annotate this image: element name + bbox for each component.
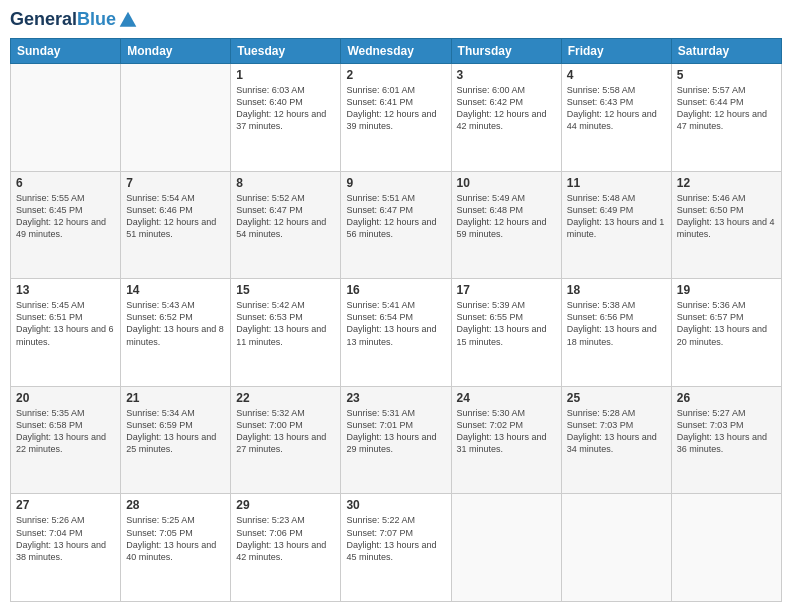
weekday-header-sunday: Sunday [11,39,121,64]
day-info: Sunrise: 5:28 AM Sunset: 7:03 PM Dayligh… [567,407,666,456]
day-info: Sunrise: 6:01 AM Sunset: 6:41 PM Dayligh… [346,84,445,133]
day-info: Sunrise: 5:22 AM Sunset: 7:07 PM Dayligh… [346,514,445,563]
calendar-cell: 23Sunrise: 5:31 AM Sunset: 7:01 PM Dayli… [341,386,451,494]
calendar-cell: 11Sunrise: 5:48 AM Sunset: 6:49 PM Dayli… [561,171,671,279]
svg-marker-0 [120,12,137,27]
day-info: Sunrise: 5:30 AM Sunset: 7:02 PM Dayligh… [457,407,556,456]
logo-icon [118,10,138,30]
day-number: 15 [236,283,335,297]
day-number: 3 [457,68,556,82]
day-number: 11 [567,176,666,190]
day-info: Sunrise: 5:41 AM Sunset: 6:54 PM Dayligh… [346,299,445,348]
calendar-cell: 27Sunrise: 5:26 AM Sunset: 7:04 PM Dayli… [11,494,121,602]
day-info: Sunrise: 5:52 AM Sunset: 6:47 PM Dayligh… [236,192,335,241]
calendar-cell: 4Sunrise: 5:58 AM Sunset: 6:43 PM Daylig… [561,64,671,172]
day-info: Sunrise: 6:00 AM Sunset: 6:42 PM Dayligh… [457,84,556,133]
day-info: Sunrise: 5:54 AM Sunset: 6:46 PM Dayligh… [126,192,225,241]
calendar-cell: 25Sunrise: 5:28 AM Sunset: 7:03 PM Dayli… [561,386,671,494]
day-info: Sunrise: 5:35 AM Sunset: 6:58 PM Dayligh… [16,407,115,456]
calendar-cell: 30Sunrise: 5:22 AM Sunset: 7:07 PM Dayli… [341,494,451,602]
calendar-cell: 26Sunrise: 5:27 AM Sunset: 7:03 PM Dayli… [671,386,781,494]
day-number: 2 [346,68,445,82]
calendar-cell: 5Sunrise: 5:57 AM Sunset: 6:44 PM Daylig… [671,64,781,172]
day-info: Sunrise: 5:38 AM Sunset: 6:56 PM Dayligh… [567,299,666,348]
day-number: 13 [16,283,115,297]
logo-text: GeneralBlue [10,10,116,30]
calendar-cell: 14Sunrise: 5:43 AM Sunset: 6:52 PM Dayli… [121,279,231,387]
calendar-cell [11,64,121,172]
day-info: Sunrise: 5:23 AM Sunset: 7:06 PM Dayligh… [236,514,335,563]
weekday-header-wednesday: Wednesday [341,39,451,64]
day-number: 14 [126,283,225,297]
calendar-week-row: 20Sunrise: 5:35 AM Sunset: 6:58 PM Dayli… [11,386,782,494]
day-number: 26 [677,391,776,405]
calendar-cell: 22Sunrise: 5:32 AM Sunset: 7:00 PM Dayli… [231,386,341,494]
calendar-cell: 12Sunrise: 5:46 AM Sunset: 6:50 PM Dayli… [671,171,781,279]
day-info: Sunrise: 5:51 AM Sunset: 6:47 PM Dayligh… [346,192,445,241]
day-info: Sunrise: 5:32 AM Sunset: 7:00 PM Dayligh… [236,407,335,456]
day-number: 21 [126,391,225,405]
day-number: 7 [126,176,225,190]
day-number: 1 [236,68,335,82]
day-info: Sunrise: 5:46 AM Sunset: 6:50 PM Dayligh… [677,192,776,241]
calendar-week-row: 27Sunrise: 5:26 AM Sunset: 7:04 PM Dayli… [11,494,782,602]
calendar-cell: 21Sunrise: 5:34 AM Sunset: 6:59 PM Dayli… [121,386,231,494]
day-number: 28 [126,498,225,512]
calendar-cell: 20Sunrise: 5:35 AM Sunset: 6:58 PM Dayli… [11,386,121,494]
day-info: Sunrise: 5:57 AM Sunset: 6:44 PM Dayligh… [677,84,776,133]
calendar-week-row: 13Sunrise: 5:45 AM Sunset: 6:51 PM Dayli… [11,279,782,387]
logo: GeneralBlue [10,10,138,30]
day-info: Sunrise: 5:26 AM Sunset: 7:04 PM Dayligh… [16,514,115,563]
calendar-cell [671,494,781,602]
day-number: 17 [457,283,556,297]
day-number: 9 [346,176,445,190]
weekday-header-row: SundayMondayTuesdayWednesdayThursdayFrid… [11,39,782,64]
day-number: 24 [457,391,556,405]
day-info: Sunrise: 5:27 AM Sunset: 7:03 PM Dayligh… [677,407,776,456]
day-number: 27 [16,498,115,512]
calendar-cell: 1Sunrise: 6:03 AM Sunset: 6:40 PM Daylig… [231,64,341,172]
day-number: 5 [677,68,776,82]
day-number: 29 [236,498,335,512]
calendar-week-row: 6Sunrise: 5:55 AM Sunset: 6:45 PM Daylig… [11,171,782,279]
day-number: 22 [236,391,335,405]
day-info: Sunrise: 5:25 AM Sunset: 7:05 PM Dayligh… [126,514,225,563]
day-number: 12 [677,176,776,190]
day-number: 19 [677,283,776,297]
day-info: Sunrise: 5:55 AM Sunset: 6:45 PM Dayligh… [16,192,115,241]
day-number: 18 [567,283,666,297]
calendar-cell: 29Sunrise: 5:23 AM Sunset: 7:06 PM Dayli… [231,494,341,602]
day-number: 25 [567,391,666,405]
weekday-header-monday: Monday [121,39,231,64]
calendar-cell: 17Sunrise: 5:39 AM Sunset: 6:55 PM Dayli… [451,279,561,387]
day-number: 16 [346,283,445,297]
day-info: Sunrise: 5:48 AM Sunset: 6:49 PM Dayligh… [567,192,666,241]
calendar-cell: 3Sunrise: 6:00 AM Sunset: 6:42 PM Daylig… [451,64,561,172]
day-number: 10 [457,176,556,190]
calendar-cell: 7Sunrise: 5:54 AM Sunset: 6:46 PM Daylig… [121,171,231,279]
day-number: 4 [567,68,666,82]
weekday-header-saturday: Saturday [671,39,781,64]
calendar-cell: 8Sunrise: 5:52 AM Sunset: 6:47 PM Daylig… [231,171,341,279]
weekday-header-friday: Friday [561,39,671,64]
day-info: Sunrise: 5:31 AM Sunset: 7:01 PM Dayligh… [346,407,445,456]
day-number: 20 [16,391,115,405]
day-info: Sunrise: 5:42 AM Sunset: 6:53 PM Dayligh… [236,299,335,348]
day-info: Sunrise: 5:45 AM Sunset: 6:51 PM Dayligh… [16,299,115,348]
calendar-cell: 10Sunrise: 5:49 AM Sunset: 6:48 PM Dayli… [451,171,561,279]
calendar-cell: 13Sunrise: 5:45 AM Sunset: 6:51 PM Dayli… [11,279,121,387]
calendar-cell: 24Sunrise: 5:30 AM Sunset: 7:02 PM Dayli… [451,386,561,494]
calendar-cell: 28Sunrise: 5:25 AM Sunset: 7:05 PM Dayli… [121,494,231,602]
day-number: 8 [236,176,335,190]
weekday-header-thursday: Thursday [451,39,561,64]
calendar-cell: 16Sunrise: 5:41 AM Sunset: 6:54 PM Dayli… [341,279,451,387]
calendar-week-row: 1Sunrise: 6:03 AM Sunset: 6:40 PM Daylig… [11,64,782,172]
day-number: 6 [16,176,115,190]
day-info: Sunrise: 5:34 AM Sunset: 6:59 PM Dayligh… [126,407,225,456]
calendar-cell: 18Sunrise: 5:38 AM Sunset: 6:56 PM Dayli… [561,279,671,387]
day-info: Sunrise: 5:58 AM Sunset: 6:43 PM Dayligh… [567,84,666,133]
day-info: Sunrise: 5:39 AM Sunset: 6:55 PM Dayligh… [457,299,556,348]
header: GeneralBlue [10,10,782,30]
calendar-cell [561,494,671,602]
calendar-table: SundayMondayTuesdayWednesdayThursdayFrid… [10,38,782,602]
